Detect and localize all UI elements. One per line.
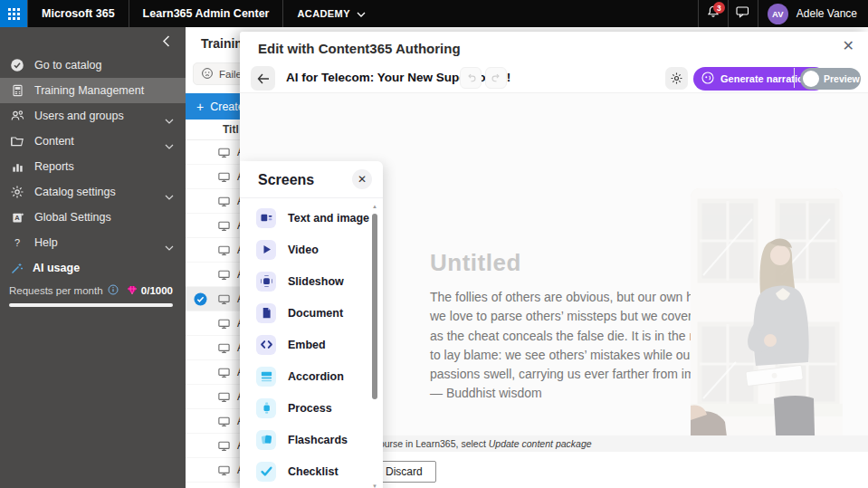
document-icon [256, 303, 276, 323]
sidebar-item-global-settings[interactable]: A Global Settings [0, 205, 186, 230]
redo-button[interactable] [485, 67, 507, 89]
monitor-icon [217, 268, 231, 282]
undo-button[interactable] [460, 67, 482, 89]
monitor-icon [217, 219, 231, 233]
notification-badge: 3 [713, 2, 725, 14]
sidebar-item-label: Content [34, 135, 74, 148]
app-name-learn365[interactable]: Learn365 Admin Center [129, 0, 284, 27]
screen-type-label: Flashcards [288, 434, 348, 446]
screen-type-label: Document [288, 307, 343, 320]
app-launcher-icon[interactable] [0, 0, 27, 27]
sidebar-item-help[interactable]: ? Help [0, 230, 186, 255]
check-circle-icon[interactable] [194, 292, 207, 306]
plus-icon: + [196, 100, 204, 114]
video-icon [256, 240, 276, 260]
monitor-icon [217, 366, 231, 379]
chevron-down-icon [165, 111, 174, 128]
info-icon[interactable] [108, 284, 119, 297]
help-icon: ? [9, 234, 25, 251]
narration-icon [701, 71, 715, 87]
settings-gear-button[interactable] [665, 67, 688, 90]
gear-icon [9, 184, 25, 200]
folder-icon [9, 133, 25, 149]
chevron-down-icon [357, 8, 366, 19]
tenant-selector[interactable]: ACADEMY [283, 0, 378, 27]
checklist-icon [256, 462, 276, 482]
sidebar: Go to catalog Training Management Users … [0, 27, 186, 488]
info-text-emphasis: Update content package [489, 438, 592, 449]
screen-type-document[interactable]: Document [240, 297, 370, 329]
screen-type-checklist[interactable]: Checklist [240, 455, 370, 487]
screen-type-accordion[interactable]: Accordion [240, 360, 370, 392]
scrollbar-thumb[interactable] [372, 214, 377, 399]
screens-panel: Screens ✕ Text and image Video Slideshow… [240, 161, 383, 488]
training-clipboard-icon [9, 82, 25, 99]
avatar: AV [768, 4, 788, 24]
screen-type-embed[interactable]: Embed [240, 329, 370, 360]
embed-icon [256, 335, 276, 355]
chevron-down-icon [165, 137, 174, 153]
process-icon [256, 398, 276, 418]
ai-usage-progressbar [9, 303, 173, 307]
screen-type-video[interactable]: Video [240, 234, 370, 265]
modal-title: Edit with Content365 Authoring [258, 41, 461, 56]
authoring-header: AI for Telecom: Your New Superpower! Gen… [240, 62, 868, 93]
screen-type-slideshow[interactable]: Slideshow [240, 265, 370, 297]
scroll-up-icon[interactable]: ▲ [371, 204, 378, 209]
notifications-button[interactable]: 3 [698, 0, 728, 27]
text-image-icon [256, 208, 276, 228]
ai-usage-block: AI usage Requests per month 0/1000 [0, 257, 186, 307]
brand-microsoft365[interactable]: Microsoft 365 [27, 0, 129, 27]
sidebar-item-go-to-catalog[interactable]: Go to catalog [0, 53, 186, 78]
sidebar-nav: Go to catalog Training Management Users … [0, 53, 186, 255]
account-menu[interactable]: AV Adele Vance [758, 0, 868, 27]
close-icon[interactable]: ✕ [843, 39, 854, 53]
back-button[interactable] [251, 66, 275, 91]
sidebar-item-users-and-groups[interactable]: Users and groups [0, 103, 186, 129]
chevron-down-icon [165, 238, 174, 254]
sidebar-item-label: Go to catalog [34, 59, 101, 72]
user-name: Adele Vance [796, 7, 857, 20]
ai-usage-title: AI usage [33, 262, 80, 274]
preview-toggle[interactable]: Preview [800, 68, 861, 90]
chat-icon [735, 5, 750, 23]
screen-type-process[interactable]: Process [240, 392, 370, 424]
sidebar-item-catalog-settings[interactable]: Catalog settings [0, 179, 186, 205]
chevron-down-icon [165, 187, 174, 204]
sidebar-item-content[interactable]: Content [0, 129, 186, 154]
monitor-icon [217, 415, 231, 428]
screen-type-label: Text and image [288, 212, 369, 225]
sidebar-collapse-button[interactable] [157, 33, 174, 49]
users-icon [9, 108, 25, 124]
waffle-grid-icon [8, 8, 20, 20]
scroll-down-icon[interactable]: ▼ [371, 483, 378, 488]
tenant-label: ACADEMY [297, 8, 349, 19]
requests-per-month-label: Requests per month [9, 285, 103, 296]
screens-close-icon[interactable]: ✕ [352, 169, 372, 189]
screens-panel-title: Screens [258, 172, 314, 188]
app-box-icon: A [9, 209, 25, 225]
screen-type-text-and-image[interactable]: Text and image [240, 202, 370, 234]
monitor-icon [217, 244, 231, 257]
screens-scrollbar[interactable]: ▲ ▼ [371, 205, 378, 488]
catalog-check-icon [9, 57, 25, 73]
feedback-button[interactable] [728, 0, 758, 27]
screen-type-label: Accordion [288, 370, 344, 383]
top-bar: Microsoft 365 Learn365 Admin Center ACAD… [0, 0, 868, 27]
header-divider [794, 68, 795, 88]
sidebar-item-label: Global Settings [34, 211, 111, 224]
sidebar-item-reports[interactable]: Reports [0, 154, 186, 179]
monitor-icon [217, 195, 231, 208]
monitor-icon [217, 341, 231, 355]
sidebar-item-training-management[interactable]: Training Management [0, 78, 186, 103]
monitor-icon [217, 170, 231, 184]
screen-type-label: Video [288, 244, 319, 256]
slide-heading[interactable]: Untitled [430, 249, 521, 277]
monitor-icon [217, 146, 231, 159]
screen-type-flashcards[interactable]: Flashcards [240, 424, 370, 455]
screen-type-label: Checklist [288, 465, 339, 478]
slide-photo[interactable] [691, 188, 843, 467]
toggle-knob [803, 71, 819, 87]
monitor-icon [217, 292, 231, 306]
monitor-icon [217, 464, 231, 477]
